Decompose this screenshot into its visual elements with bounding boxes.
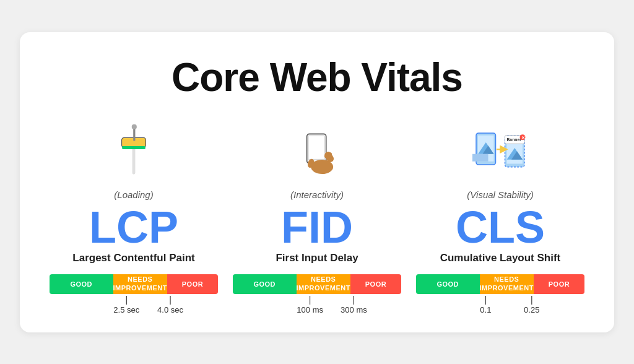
cls-tick1-label: 0.1 [480, 305, 491, 314]
lcp-bar-good: GOOD [50, 274, 113, 294]
cls-tick2-label: 0.25 [524, 305, 539, 314]
fid-tick2: 300 ms [341, 295, 367, 314]
fid-icon-area [289, 118, 345, 186]
lcp-tick1: 2.5 sec [113, 295, 139, 314]
metrics-row: (Loading) LCP Largest Contentful Paint G… [50, 118, 584, 308]
lcp-tick2-label: 4.0 sec [157, 305, 183, 314]
lcp-name: Largest Contentful Paint [72, 252, 194, 264]
fid-bar-needs: NEEDSIMPROVEMENT [297, 274, 350, 294]
lcp-bar-container: GOOD NEEDSIMPROVEMENT POOR 2.5 sec 4.0 s… [50, 274, 218, 308]
fid-tick1: 100 ms [297, 295, 323, 314]
svg-point-5 [132, 124, 137, 129]
fid-bar-poor: POOR [350, 274, 401, 294]
cls-tick2: 0.25 [524, 295, 539, 314]
cls-tick1: 0.1 [480, 295, 491, 314]
fid-tick1-label: 100 ms [297, 305, 323, 314]
fid-bar-container: GOOD NEEDSIMPROVEMENT POOR 100 ms 300 ms [233, 274, 401, 308]
cls-bar-container: GOOD NEEDSIMPROVEMENT POOR 0.1 0.25 [416, 274, 584, 308]
fid-bar: GOOD NEEDSIMPROVEMENT POOR [233, 274, 401, 294]
fid-tick-area: 100 ms 300 ms [233, 295, 401, 308]
metric-fid: (Interactivity) FID First Input Delay GO… [233, 118, 401, 308]
lcp-bar-poor: POOR [167, 274, 218, 294]
metric-lcp: (Loading) LCP Largest Contentful Paint G… [50, 118, 218, 308]
svg-rect-3 [122, 146, 145, 149]
lcp-bar-needs: NEEDSIMPROVEMENT [113, 274, 167, 294]
fid-category: (Interactivity) [290, 189, 344, 200]
svg-rect-16 [472, 154, 489, 161]
svg-text:Banner: Banner [507, 137, 522, 141]
cls-tick-area: 0.1 0.25 [416, 295, 584, 308]
cls-bar-needs: NEEDSIMPROVEMENT [480, 274, 534, 294]
lcp-tick-area: 2.5 sec 4.0 sec [50, 295, 218, 308]
cls-bar: GOOD NEEDSIMPROVEMENT POOR [416, 274, 584, 294]
cls-category: (Visual Stability) [467, 189, 533, 200]
cls-bar-poor: POOR [534, 274, 584, 294]
lcp-tick2: 4.0 sec [157, 295, 183, 314]
cls-bar-good: GOOD [416, 274, 480, 294]
cls-icon-area: Banner ✕ [472, 118, 528, 186]
lcp-bar: GOOD NEEDSIMPROVEMENT POOR [50, 274, 218, 294]
svg-rect-7 [308, 136, 324, 159]
lcp-tick1-label: 2.5 sec [113, 305, 139, 314]
fid-abbr: FID [281, 205, 353, 249]
cls-name: Cumulative Layout Shift [440, 252, 561, 264]
svg-rect-0 [132, 146, 136, 174]
fid-icon [289, 124, 345, 180]
fid-bar-good: GOOD [233, 274, 297, 294]
lcp-icon-area [106, 118, 162, 186]
svg-text:✕: ✕ [521, 135, 525, 139]
lcp-icon [106, 124, 162, 180]
lcp-category: (Loading) [114, 189, 153, 200]
fid-tick2-label: 300 ms [341, 305, 367, 314]
cls-icon: Banner ✕ [472, 124, 528, 180]
core-web-vitals-card: Core Web Vitals [20, 32, 614, 332]
svg-point-10 [311, 160, 333, 174]
lcp-abbr: LCP [89, 205, 178, 249]
page-title: Core Web Vitals [50, 54, 584, 100]
fid-name: First Input Delay [276, 252, 358, 264]
metric-cls: Banner ✕ (Visual Stability) CLS Cumulati… [416, 118, 584, 308]
cls-abbr: CLS [456, 205, 545, 249]
